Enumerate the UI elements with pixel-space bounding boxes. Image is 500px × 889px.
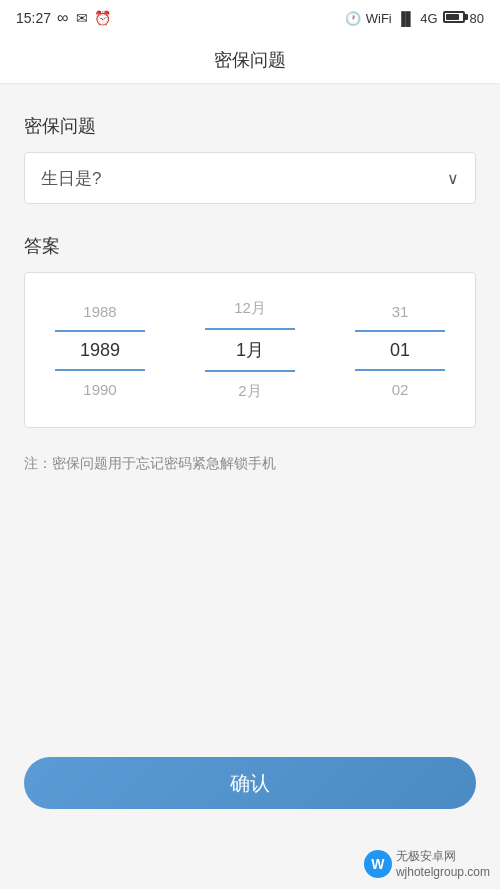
year-item-selected: 1989 [25, 330, 175, 371]
battery-percent: 80 [470, 11, 484, 26]
alarm-icon: ⏰ [94, 10, 111, 26]
mail-icon: ✉ [76, 10, 88, 26]
day-column[interactable]: 31 01 02 [325, 293, 475, 408]
note-text: 注：密保问题用于忘记密码紧急解锁手机 [24, 452, 476, 474]
clock-icon: 🕐 [345, 11, 361, 26]
status-right: 🕐 WiFi ▐▌ 4G 80 [345, 11, 484, 26]
month-item-prev: 12月 [175, 289, 325, 328]
nav-bar: 密保问题 [0, 36, 500, 84]
chevron-down-icon: ∨ [447, 169, 459, 188]
year-item-next: 1990 [25, 371, 175, 408]
confirm-button-label: 确认 [230, 770, 270, 797]
answer-section: 答案 1988 1989 1990 12月 1月 2月 31 [24, 234, 476, 428]
watermark-site-text: 无极安卓网wjhotelgroup.com [396, 848, 490, 879]
status-time: 15:27 [16, 10, 51, 26]
security-question-dropdown[interactable]: 生日是? ∨ [24, 152, 476, 204]
day-item-next: 02 [325, 371, 475, 408]
watermark-logo: W [364, 850, 392, 878]
signal-icon: ∞ [57, 9, 70, 27]
signal-bars-icon: ▐▌ [397, 11, 415, 26]
picker-columns: 1988 1989 1990 12月 1月 2月 31 01 02 [25, 289, 475, 411]
month-item-selected: 1月 [175, 328, 325, 372]
answer-label: 答案 [24, 234, 476, 258]
watermark: W 无极安卓网wjhotelgroup.com [364, 848, 490, 879]
watermark-logo-text: W [371, 856, 384, 872]
bottom-button-area: 确认 [0, 757, 500, 809]
lte-icon: 4G [420, 11, 437, 26]
status-left: 15:27 ∞ ✉ ⏰ [16, 9, 111, 27]
status-bar: 15:27 ∞ ✉ ⏰ 🕐 WiFi ▐▌ 4G 80 [0, 0, 500, 36]
wifi-icon: WiFi [366, 11, 392, 26]
date-picker[interactable]: 1988 1989 1990 12月 1月 2月 31 01 02 [24, 272, 476, 428]
year-column[interactable]: 1988 1989 1990 [25, 293, 175, 408]
security-question-section: 密保问题 生日是? ∨ [24, 114, 476, 204]
main-content: 密保问题 生日是? ∨ 答案 1988 1989 1990 12月 1月 [0, 84, 500, 474]
battery-indicator [443, 11, 465, 26]
dropdown-selected-value: 生日是? [41, 167, 101, 190]
month-item-next: 2月 [175, 372, 325, 411]
day-item-selected: 01 [325, 330, 475, 371]
year-item-prev: 1988 [25, 293, 175, 330]
day-item-prev: 31 [325, 293, 475, 330]
month-column[interactable]: 12月 1月 2月 [175, 289, 325, 411]
page-title: 密保问题 [214, 48, 286, 72]
security-question-label: 密保问题 [24, 114, 476, 138]
confirm-button[interactable]: 确认 [24, 757, 476, 809]
